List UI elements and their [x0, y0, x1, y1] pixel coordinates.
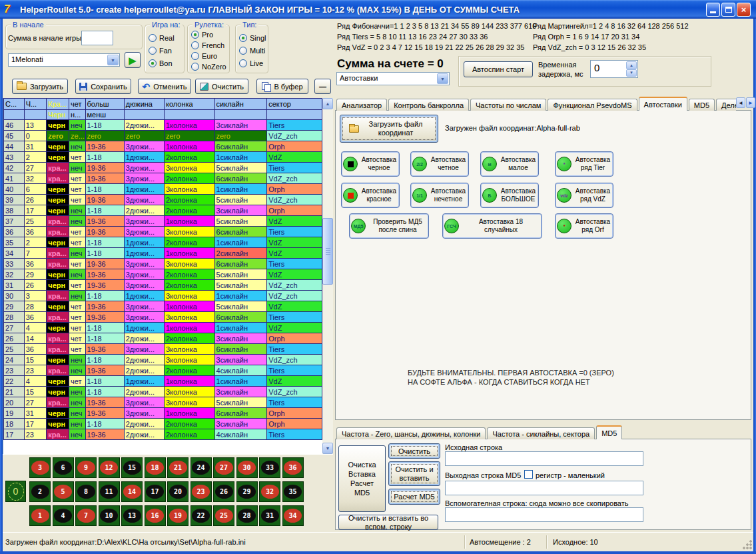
roulette-number-9[interactable]: 9	[75, 457, 97, 478]
autostake-button-2[interactable]: 2/2Автоставка четное	[410, 151, 469, 177]
table-row[interactable]: 3926чернчет19-363дюжи...2колонка5сиклайн…	[4, 195, 322, 205]
table-row[interactable]: 274чернчет1-181дюжи...1колонка1сиклайнVd…	[4, 323, 322, 333]
tab-Контроль банкролла[interactable]: Контроль банкролла	[388, 99, 469, 111]
autostake-button-10[interactable]: ГСЧАвтоставка 18 случайных	[442, 213, 542, 239]
tab-MD5[interactable]: MD5	[596, 425, 622, 439]
roulette-number-5[interactable]: 5	[53, 481, 74, 502]
table-row[interactable]: 2928чернчет19-363дюжи...1колонка5сиклайн…	[4, 301, 322, 312]
roulette-number-3[interactable]: 3	[29, 457, 51, 478]
table-row[interactable]: 3336кра...чет19-363дюжи...3колонка6сикла…	[4, 259, 322, 269]
table-row[interactable]: 3636кра...чет19-363дюжи...3колонка6сикла…	[4, 227, 322, 237]
table-row[interactable]: 4613черннеч1-182дюжи...1колонка3сиклайнT…	[4, 120, 322, 131]
roulette-number-22[interactable]: 22	[190, 505, 212, 526]
table-row[interactable]: 450zeroze...zerozerozerozeroVdZ_zch	[4, 131, 322, 141]
close-button[interactable]: ×	[737, 3, 751, 17]
roulette-number-24[interactable]: 24	[190, 457, 212, 478]
autospin-start-button[interactable]: Автоспин старт	[464, 61, 533, 77]
radio-Pro[interactable]: Pro	[191, 29, 226, 40]
copy-to-buffer-button[interactable]: В буфер	[256, 79, 308, 94]
table-row[interactable]: 2614кра...чет1-182дюжи...2колонка3сиклай…	[4, 333, 322, 344]
tab-Функционал PsevdoMS[interactable]: Функционал PsevdoMS	[548, 99, 637, 111]
scrollbar-thumb[interactable]	[322, 218, 333, 285]
roulette-number-7[interactable]: 7	[75, 505, 97, 526]
roulette-number-32[interactable]: 32	[259, 481, 280, 502]
column-header[interactable]: сиклайн	[214, 99, 267, 110]
roulette-number-27[interactable]: 27	[213, 457, 234, 478]
chevron-down-icon[interactable]: ▼	[107, 55, 119, 65]
source-string-input[interactable]	[445, 451, 643, 466]
tab-Делени[interactable]: Делени	[716, 99, 736, 111]
load-coords-file-button[interactable]: Загрузить файл координат	[340, 115, 438, 143]
clear-button[interactable]: Очистить	[195, 79, 248, 94]
roulette-number-16[interactable]: 16	[145, 505, 166, 526]
roulette-number-12[interactable]: 12	[99, 457, 120, 478]
radio-Euro[interactable]: Euro	[191, 51, 226, 61]
roulette-number-1[interactable]: 1	[29, 505, 51, 526]
md5-clear-paste-button[interactable]: Очистить и вставить	[388, 461, 440, 486]
md5-calc-button[interactable]: Расчет MD5	[388, 489, 440, 505]
collapse-button[interactable]: —	[314, 79, 331, 94]
roulette-number-34[interactable]: 34	[282, 505, 304, 526]
roulette-number-10[interactable]: 10	[99, 505, 120, 526]
tab-MD5[interactable]: MD5	[689, 99, 715, 111]
table-row[interactable]: 3126чернчет19-363дюжи...2колонка5сиклайн…	[4, 280, 322, 291]
play-button[interactable]: ▶	[125, 52, 141, 68]
out-string-input[interactable]	[445, 481, 643, 495]
column-header[interactable]: н...	[69, 110, 86, 120]
column-header[interactable]	[24, 110, 47, 120]
roulette-number-8[interactable]: 8	[75, 481, 97, 502]
roulette-number-23[interactable]: 23	[190, 481, 212, 502]
minimize-button[interactable]	[706, 3, 720, 17]
radio-Fan[interactable]: Fan	[149, 44, 175, 57]
resize-grip[interactable]	[743, 540, 752, 549]
maximize-button[interactable]	[721, 3, 735, 17]
table-row[interactable]: 2115черннеч1-182дюжи...3колонка3сиклайнV…	[4, 387, 322, 397]
autostake-button-5[interactable]: Автоставка красное	[341, 183, 400, 208]
undo-button[interactable]: ↶Отменить	[138, 79, 191, 94]
table-row[interactable]: 347кра...неч1-181дюжи...1колонка2сиклайн…	[4, 248, 322, 259]
column-header[interactable]: менш	[85, 110, 124, 120]
delay-spinner[interactable]: 0 ▲ ▼	[590, 60, 638, 78]
column-header[interactable]	[4, 110, 25, 120]
radio-Real[interactable]: Real	[149, 31, 175, 44]
roulette-number-35[interactable]: 35	[282, 481, 304, 502]
column-header[interactable]	[267, 110, 322, 120]
table-row[interactable]: 4132кра...чет19-363дюжи...2колонка6сикла…	[4, 173, 322, 184]
roulette-number-14[interactable]: 14	[121, 481, 143, 502]
autostake-button-6[interactable]: 1/1Автоставка нечетное	[410, 183, 469, 208]
radio-NoZero[interactable]: NoZero	[191, 61, 226, 72]
column-header[interactable]: Черн	[47, 110, 69, 120]
roulette-number-2[interactable]: 2	[29, 481, 51, 502]
table-row[interactable]: 352чернчет1-181дюжи...2колонка1сиклайнVd…	[4, 237, 322, 248]
roulette-number-6[interactable]: 6	[53, 457, 74, 478]
tab-scroll-left-button[interactable]: ◄	[736, 97, 745, 108]
column-header[interactable]: чет	[69, 99, 86, 110]
autostake-button-4[interactable]: *Автоставка ряд Tier	[555, 151, 613, 177]
table-row[interactable]: 2415черннеч1-182дюжи...3колонка3сиклайнV…	[4, 355, 322, 365]
autostakes-combobox[interactable]: Автоставки ▼	[336, 72, 450, 85]
roulette-number-15[interactable]: 15	[121, 457, 143, 478]
table-row[interactable]: 3229черннеч19-363дюжи...2колонка5сиклайн…	[4, 269, 322, 280]
roulette-number-13[interactable]: 13	[121, 505, 143, 526]
table-row[interactable]: 2536кра...чет19-363дюжи...3колонка6сикла…	[4, 344, 322, 355]
table-row[interactable]: 406чернчет1-181дюжи...3колонка1сиклайнOr…	[4, 184, 322, 195]
table-row[interactable]: 1723кра...неч19-362дюжи...2колонка4сикла…	[4, 429, 322, 440]
table-row[interactable]: 4227кра...неч19-363дюжи...3колонка5сикла…	[4, 163, 322, 173]
table-row[interactable]: 2323кра...неч19-362дюжи...2колонка4сикла…	[4, 365, 322, 376]
autostake-button-7[interactable]: БАвтоставка БОЛЬШОЕ	[480, 183, 539, 208]
table-row[interactable]: 4431черннеч19-363дюжи...1колонка6сиклайн…	[4, 141, 322, 152]
md5-big-button[interactable]: Очистка Вставка Расчет MD5	[338, 445, 386, 512]
roulette-number-36[interactable]: 36	[282, 457, 304, 478]
table-row[interactable]: 303кра...неч1-181дюжи...3колонка1сиклайн…	[4, 291, 322, 301]
roulette-number-28[interactable]: 28	[236, 505, 258, 526]
table-row[interactable]: 432чернчет1-181дюжи...2колонка1сиклайнVd…	[4, 152, 322, 163]
table-row[interactable]: 2027кра...неч19-363дюжи...3колонка5сикла…	[4, 397, 322, 408]
roulette-number-18[interactable]: 18	[145, 457, 166, 478]
table-row[interactable]: 1817черннеч1-182дюжи...2колонка3сиклайнO…	[4, 419, 322, 429]
spin-up-button[interactable]: ▲	[626, 61, 637, 69]
column-header[interactable]: С...	[4, 99, 25, 110]
autostake-button-9[interactable]: МД5Проверить МД5 после спина	[349, 213, 429, 239]
column-header[interactable]	[124, 110, 164, 120]
table-row[interactable]: 2836кра...чет19-363дюжи...3колонка6сикла…	[4, 312, 322, 323]
register-checkbox[interactable]	[524, 470, 533, 479]
